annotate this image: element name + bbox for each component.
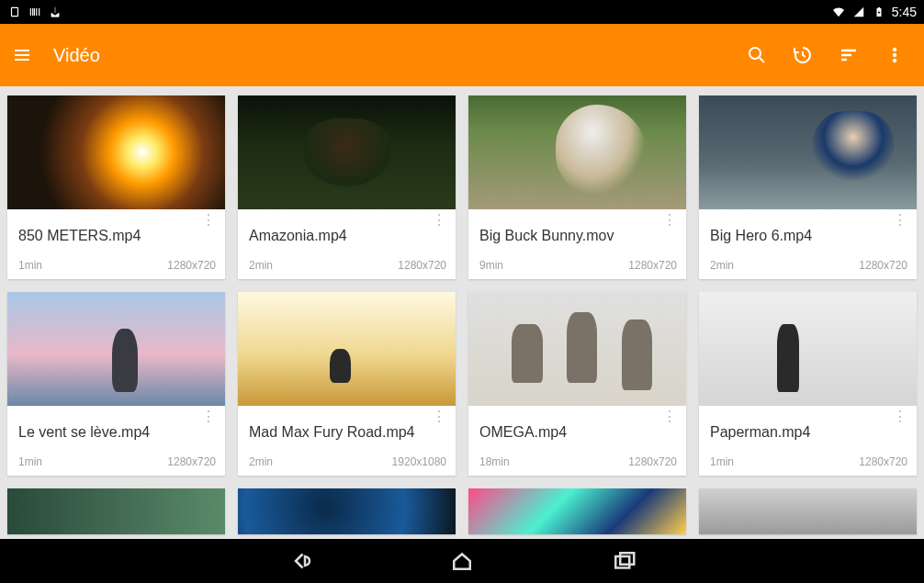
video-title: Amazonia.mp4	[249, 227, 426, 244]
video-title: Le vent se lève.mp4	[18, 423, 196, 441]
clock: 5:45	[892, 5, 917, 19]
statusbar: 5:45	[0, 0, 924, 24]
video-thumbnail[interactable]	[7, 292, 225, 406]
video-title: Mad Max Fury Road.mp4	[249, 423, 426, 441]
video-item-menu-icon[interactable]: ⋮	[196, 219, 221, 222]
svg-rect-0	[12, 7, 18, 16]
video-item-menu-icon[interactable]: ⋮	[657, 415, 682, 419]
search-icon[interactable]	[738, 37, 775, 73]
video-title: Big Buck Bunny.mov	[479, 227, 657, 244]
video-card[interactable]: Mad Max Fury Road.mp4 ⋮ 2min 1920x1080	[238, 292, 456, 476]
video-item-menu-icon[interactable]: ⋮	[887, 415, 913, 419]
download-icon	[48, 5, 62, 19]
svg-rect-7	[615, 556, 629, 568]
video-resolution: 1280x720	[859, 259, 907, 272]
battery-charging-icon	[872, 5, 886, 19]
video-item-menu-icon[interactable]: ⋮	[426, 415, 452, 419]
video-title: Paperman.mp4	[710, 423, 887, 441]
video-thumbnail[interactable]	[238, 292, 456, 406]
video-thumbnail[interactable]	[7, 95, 225, 209]
screen-lock-icon	[7, 5, 22, 19]
video-duration: 1min	[710, 455, 734, 468]
recent-apps-icon[interactable]	[607, 544, 640, 577]
home-icon[interactable]	[445, 544, 479, 577]
video-title: Big Hero 6.mp4	[710, 227, 887, 244]
video-card[interactable]: OMEGA.mp4 ⋮ 18min 1280x720	[468, 292, 686, 476]
video-thumbnail[interactable]	[238, 95, 456, 209]
video-card[interactable]: Big Buck Bunny.mov ⋮ 9min 1280x720	[468, 95, 686, 279]
video-resolution: 1280x720	[167, 259, 216, 272]
video-title: OMEGA.mp4	[479, 423, 657, 441]
barcode-icon	[28, 5, 42, 19]
page-title: Vidéo	[53, 45, 100, 66]
video-card[interactable]: Le vent se lève.mp4 ⋮ 1min 1280x720	[7, 292, 225, 476]
video-thumbnail[interactable]	[699, 95, 917, 209]
video-item-menu-icon[interactable]: ⋮	[196, 415, 221, 419]
menu-icon[interactable]	[4, 37, 40, 73]
back-icon[interactable]	[284, 544, 317, 577]
video-duration: 1min	[18, 455, 42, 468]
toolbar: Vidéo	[0, 24, 924, 86]
video-resolution: 1280x720	[628, 259, 677, 272]
history-icon[interactable]	[784, 37, 821, 73]
video-card[interactable]: Paperman.mp4 ⋮ 1min 1280x720	[699, 292, 917, 476]
video-duration: 2min	[249, 455, 273, 468]
video-resolution: 1280x720	[859, 455, 907, 468]
video-thumbnail[interactable]	[468, 95, 686, 209]
video-card[interactable]	[238, 488, 456, 534]
video-card[interactable]: Amazonia.mp4 ⋮ 2min 1280x720	[238, 95, 456, 279]
video-thumbnail[interactable]	[468, 488, 686, 534]
video-card[interactable]	[7, 488, 225, 534]
video-card[interactable]: Big Hero 6.mp4 ⋮ 2min 1280x720	[699, 95, 917, 279]
video-duration: 9min	[479, 259, 503, 272]
video-thumbnail[interactable]	[468, 292, 686, 406]
video-grid[interactable]: 850 METERS.mp4 ⋮ 1min 1280x720 Amazonia.…	[0, 86, 924, 539]
video-duration: 2min	[710, 259, 734, 272]
svg-point-4	[893, 48, 896, 51]
video-card[interactable]: 850 METERS.mp4 ⋮ 1min 1280x720	[7, 95, 225, 279]
video-thumbnail[interactable]	[238, 488, 456, 534]
video-duration: 1min	[18, 259, 42, 272]
video-resolution: 1920x1080	[392, 455, 446, 468]
video-thumbnail[interactable]	[7, 488, 225, 534]
video-duration: 2min	[249, 259, 273, 272]
video-title: 850 METERS.mp4	[18, 227, 196, 244]
video-resolution: 1280x720	[167, 455, 216, 468]
svg-point-5	[893, 53, 896, 57]
svg-point-3	[749, 48, 761, 59]
video-card[interactable]	[468, 488, 686, 534]
overflow-menu-icon[interactable]	[876, 37, 913, 73]
video-item-menu-icon[interactable]: ⋮	[887, 219, 913, 222]
signal-icon	[851, 5, 866, 19]
video-item-menu-icon[interactable]: ⋮	[426, 219, 452, 222]
system-navbar	[0, 539, 924, 583]
svg-rect-2	[878, 7, 880, 8]
video-resolution: 1280x720	[628, 455, 677, 468]
sort-icon[interactable]	[830, 37, 867, 73]
video-card[interactable]	[699, 488, 917, 534]
wifi-icon	[831, 5, 846, 19]
video-thumbnail[interactable]	[699, 488, 917, 534]
video-thumbnail[interactable]	[699, 292, 917, 406]
video-item-menu-icon[interactable]: ⋮	[657, 219, 682, 222]
video-resolution: 1280x720	[398, 259, 446, 272]
svg-point-6	[893, 59, 896, 62]
svg-rect-8	[620, 553, 634, 565]
video-duration: 18min	[479, 455, 510, 468]
